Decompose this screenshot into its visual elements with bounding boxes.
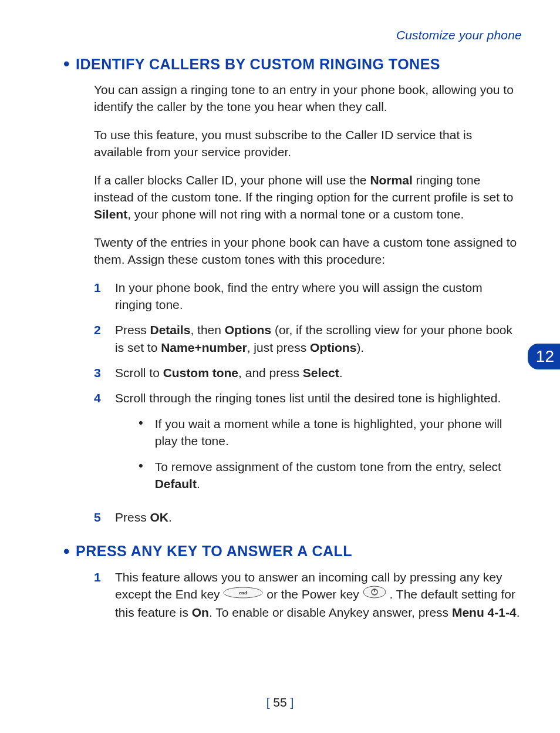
step-text: Scroll to Custom tone, and press Select.	[115, 364, 342, 381]
sub-item: • To remove assignment of the custom ton…	[139, 458, 522, 493]
steps-list: 1 In your phone book, find the entry whe…	[94, 279, 522, 526]
step-number: 1	[94, 569, 104, 586]
step-text: In your phone book, find the entry where…	[115, 279, 522, 314]
step-number: 4	[94, 389, 104, 406]
step-item: 5 Press OK.	[94, 509, 522, 526]
chapter-tab: 12	[528, 344, 560, 369]
bullet-icon: •	[139, 458, 143, 473]
step-item: 4 Scroll through the ringing tones list …	[94, 389, 522, 500]
bullet-icon: •	[139, 415, 143, 431]
step-number: 5	[94, 509, 104, 526]
page: Customize your phone • IDENTIFY CALLERS …	[0, 0, 560, 733]
svg-text:end: end	[239, 590, 247, 596]
bullet-icon: •	[63, 543, 70, 560]
section-title-text: IDENTIFY CALLERS BY CUSTOM RINGING TONES	[76, 56, 440, 73]
paragraph: If a caller blocks Caller ID, your phone…	[94, 172, 522, 223]
power-key-icon	[363, 586, 386, 603]
step-item: 1 In your phone book, find the entry whe…	[94, 279, 522, 314]
end-key-icon: end	[223, 586, 263, 603]
step-number: 1	[94, 279, 104, 296]
paragraph: To use this feature, you must subscribe …	[94, 126, 522, 161]
step-item: 1 This feature allows you to answer an i…	[94, 569, 522, 621]
section-heading-custom-ringing: • IDENTIFY CALLERS BY CUSTOM RINGING TON…	[76, 55, 522, 73]
running-header: Customize your phone	[76, 28, 522, 42]
paragraph: You can assign a ringing tone to an entr…	[94, 81, 522, 116]
steps-list: 1 This feature allows you to answer an i…	[94, 569, 522, 621]
step-item: 3 Scroll to Custom tone, and press Selec…	[94, 364, 522, 381]
step-number: 2	[94, 321, 104, 338]
step-text: This feature allows you to answer an inc…	[115, 569, 522, 621]
step-number: 3	[94, 364, 104, 381]
paragraph: Twenty of the entries in your phone book…	[94, 234, 522, 268]
sub-item: • If you wait a moment while a tone is h…	[139, 415, 522, 450]
step-text: Press Details, then Options (or, if the …	[115, 321, 522, 356]
section-title-text: PRESS ANY KEY TO ANSWER A CALL	[76, 543, 352, 560]
sub-list: • If you wait a moment while a tone is h…	[139, 415, 522, 493]
step-text: Scroll through the ringing tones list un…	[115, 389, 522, 500]
page-number: [ 55 ]	[0, 695, 560, 710]
step-item: 2 Press Details, then Options (or, if th…	[94, 321, 522, 356]
bullet-icon: •	[63, 55, 70, 73]
step-text: Press OK.	[115, 509, 172, 526]
section-heading-any-key: • PRESS ANY KEY TO ANSWER A CALL	[76, 543, 522, 560]
